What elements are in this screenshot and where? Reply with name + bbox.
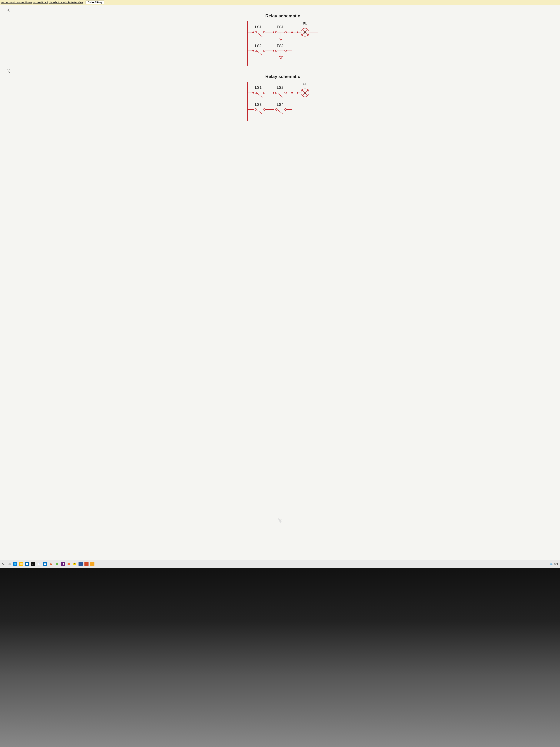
svg-point-23 [255, 50, 257, 52]
svg-text:W: W [80, 563, 81, 565]
svg-line-63 [277, 109, 283, 114]
svg-rect-73 [20, 563, 23, 565]
svg-point-61 [273, 109, 274, 110]
screen-area: net can contain viruses. Unless you need… [0, 0, 560, 568]
svg-point-57 [255, 108, 257, 110]
svg-line-69 [4, 565, 5, 565]
svg-point-9 [275, 31, 277, 33]
search-icon[interactable] [1, 562, 5, 566]
store-icon[interactable] [25, 562, 29, 566]
a-fs2-label: FS2 [277, 44, 284, 48]
b-ls4-label: LS4 [277, 102, 284, 106]
snip-icon[interactable] [49, 562, 53, 566]
file-explorer-icon[interactable] [19, 562, 23, 566]
svg-point-22 [252, 50, 254, 52]
protected-view-message: net can contain viruses. Unless you need… [1, 1, 83, 4]
app-icon-d[interactable]: D [73, 562, 77, 566]
a-pl-label: PL [303, 22, 307, 26]
chrome-icon[interactable] [37, 562, 41, 566]
svg-line-5 [257, 32, 262, 37]
svg-line-46 [277, 93, 283, 98]
svg-point-30 [285, 50, 287, 52]
weather-widget[interactable]: ❄ 45°F [550, 562, 559, 566]
svg-rect-70 [8, 563, 9, 565]
svg-rect-83 [56, 563, 58, 565]
app-icon-a[interactable]: A [90, 562, 95, 566]
svg-point-39 [252, 92, 254, 94]
svg-point-77 [38, 563, 39, 565]
svg-point-27 [273, 50, 274, 52]
svg-point-28 [275, 50, 277, 52]
svg-text:>: > [32, 563, 33, 565]
svg-line-58 [257, 109, 262, 114]
a-ls2-label: LS2 [255, 44, 262, 48]
mail-icon[interactable] [43, 562, 47, 566]
protected-view-bar: net can contain viruses. Unless you need… [0, 0, 560, 5]
svg-point-72 [14, 563, 17, 565]
b-ls2-label: LS2 [277, 85, 284, 89]
b-pl-label: PL [303, 82, 307, 86]
app-icon-generic[interactable] [55, 562, 59, 566]
svg-point-59 [263, 108, 265, 110]
snowflake-icon: ❄ [550, 562, 553, 566]
powerpoint-icon[interactable]: P [84, 562, 88, 566]
svg-point-45 [275, 92, 277, 94]
schematic-a: LS1 FS1 LS2 FS2 PL R [244, 19, 322, 68]
svg-point-68 [2, 563, 4, 565]
svg-point-6 [263, 31, 265, 33]
svg-text:D: D [74, 563, 75, 565]
svg-point-64 [285, 108, 287, 110]
svg-rect-74 [26, 563, 28, 565]
part-a-label: a) [7, 8, 555, 12]
firefox-icon[interactable] [67, 562, 71, 566]
edge-icon[interactable] [14, 562, 18, 566]
svg-point-42 [263, 92, 265, 94]
svg-point-67 [291, 92, 293, 94]
word-icon[interactable]: W [79, 562, 83, 566]
svg-text:A: A [92, 563, 93, 565]
svg-point-4 [255, 31, 257, 33]
svg-marker-84 [62, 563, 63, 565]
svg-point-3 [252, 31, 254, 33]
document-page: a) Relay schematic [0, 5, 560, 128]
svg-point-35 [291, 31, 293, 33]
visual-studio-icon[interactable] [61, 562, 65, 566]
windows-taskbar[interactable]: > D W P A ❄ 45°F [0, 560, 560, 568]
part-b-label: b) [7, 69, 555, 73]
a-r-label: R [304, 31, 306, 34]
svg-point-47 [285, 92, 287, 94]
schematic-b: LS1 LS2 LS3 LS4 PL R [244, 80, 322, 123]
svg-point-62 [275, 108, 277, 110]
svg-point-11 [285, 31, 287, 33]
svg-line-41 [257, 93, 262, 98]
a-fs1-label: FS1 [277, 25, 284, 29]
svg-line-24 [257, 51, 262, 55]
b-ls1-label: LS1 [255, 85, 262, 89]
enable-editing-button[interactable]: Enable Editing [85, 1, 104, 4]
weather-temp: 45°F [554, 563, 559, 565]
svg-point-44 [273, 92, 274, 94]
hp-logo: hp [277, 517, 283, 523]
svg-point-40 [255, 92, 257, 94]
svg-text:P: P [86, 563, 87, 565]
svg-point-86 [68, 563, 70, 565]
svg-marker-32 [279, 56, 283, 59]
svg-point-25 [263, 50, 265, 52]
schematic-b-title: Relay schematic [244, 74, 322, 79]
task-view-icon[interactable] [7, 562, 11, 566]
svg-marker-85 [63, 563, 64, 565]
svg-marker-13 [279, 38, 283, 41]
svg-point-8 [273, 31, 274, 33]
b-ls3-label: LS3 [255, 102, 262, 106]
schematic-a-title: Relay schematic [244, 14, 322, 19]
svg-rect-71 [10, 563, 11, 565]
svg-point-56 [252, 109, 254, 110]
laptop-body: hp [0, 568, 560, 747]
terminal-icon[interactable]: > [31, 562, 35, 566]
a-ls1-label: LS1 [255, 25, 262, 29]
b-r-label: R [304, 91, 306, 95]
